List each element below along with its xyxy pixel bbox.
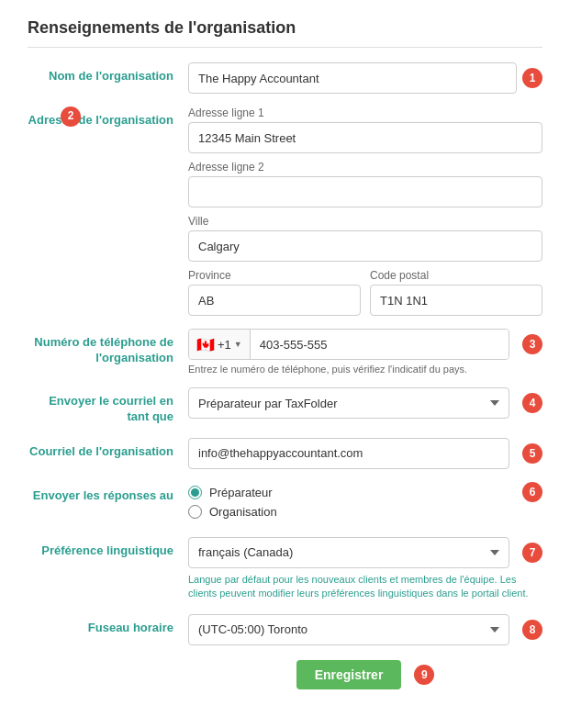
org-email-field-group: 5 [188, 438, 542, 469]
city-label: Ville [188, 215, 542, 228]
badge-8: 8 [522, 620, 542, 640]
page-title: Renseignements de l'organisation [28, 18, 542, 48]
language-field-group: français (Canada) English (Canada) 7 Lan… [188, 537, 542, 601]
org-address-label: Adresse de l'organisation 2 [28, 106, 188, 129]
phone-row: Numéro de téléphone de l'organisation 🇨🇦… [28, 329, 542, 375]
canada-flag-icon: 🇨🇦 [196, 336, 215, 353]
province-select[interactable]: AB BC ON QC [188, 285, 361, 316]
badge-9: 9 [414, 665, 434, 685]
org-address-row: Adresse de l'organisation 2 Adresse lign… [28, 106, 542, 316]
address-line2-label: Adresse ligne 2 [188, 161, 542, 174]
phone-label: Numéro de téléphone de l'organisation [28, 329, 188, 366]
province-label: Province [188, 269, 361, 282]
phone-field-group: 🇨🇦 +1 ▼ 3 Entrez le numéro de téléphone,… [188, 329, 542, 375]
email-sender-select[interactable]: Préparateur par TaxFolder [188, 387, 509, 419]
postal-group: Code postal [370, 269, 542, 316]
email-sender-label: Envoyer le courriel en tant que [28, 387, 188, 425]
address-line2-input[interactable] [188, 176, 542, 207]
replies-row: Envoyer les réponses au Préparateur Orga… [28, 482, 542, 524]
email-sender-row: Envoyer le courriel en tant que Préparat… [28, 387, 542, 425]
org-email-label: Courriel de l'organisation [28, 438, 188, 460]
replies-label: Envoyer les réponses au [28, 482, 188, 504]
replies-radio-group: Préparateur Organisation [188, 482, 509, 524]
reply-organisation-label: Organisation [209, 505, 277, 519]
email-sender-field-group: Préparateur par TaxFolder 4 [188, 387, 542, 419]
save-button[interactable]: Enregistrer [296, 660, 402, 689]
timezone-select[interactable]: (UTC-05:00) Toronto (UTC-08:00) Vancouve… [188, 614, 509, 645]
badge-6: 6 [522, 482, 542, 502]
badge-5: 5 [522, 443, 542, 464]
city-input[interactable] [188, 230, 542, 262]
org-email-row: Courriel de l'organisation 5 [28, 438, 542, 469]
org-name-label: Nom de l'organisation [28, 62, 188, 84]
phone-hint: Entrez le numéro de téléphone, puis véri… [188, 364, 542, 375]
phone-dropdown-icon: ▼ [234, 340, 242, 349]
phone-country-selector[interactable]: 🇨🇦 +1 ▼ [189, 330, 251, 359]
org-email-input[interactable] [188, 438, 509, 469]
org-name-row: Nom de l'organisation 1 [28, 62, 542, 94]
reply-organisation-radio[interactable] [188, 505, 202, 519]
replies-field-group: Préparateur Organisation 6 [188, 482, 542, 524]
badge-2: 2 [61, 106, 81, 127]
postal-label: Code postal [370, 269, 542, 282]
org-name-input[interactable] [188, 62, 517, 94]
province-group: Province AB BC ON QC [188, 269, 361, 316]
postal-input[interactable] [370, 285, 542, 316]
address-line1-input[interactable] [188, 122, 542, 153]
timezone-field-group: (UTC-05:00) Toronto (UTC-08:00) Vancouve… [188, 614, 542, 645]
reply-preparateur-label: Préparateur [209, 486, 273, 499]
language-label: Préférence linguistique [28, 537, 188, 559]
badge-4: 4 [522, 393, 542, 413]
org-name-field-group: 1 [188, 62, 542, 94]
language-select[interactable]: français (Canada) English (Canada) [188, 537, 509, 568]
address-fields-group: Adresse ligne 1 Adresse ligne 2 Ville Pr… [188, 106, 542, 316]
reply-preparateur-option: Préparateur [188, 486, 509, 499]
phone-country-code: +1 [218, 338, 231, 352]
timezone-label: Fuseau horaire [28, 614, 188, 636]
reply-organisation-option: Organisation [188, 505, 509, 519]
language-row: Préférence linguistique français (Canada… [28, 537, 542, 601]
timezone-row: Fuseau horaire (UTC-05:00) Toronto (UTC-… [28, 614, 542, 645]
badge-3: 3 [522, 334, 542, 354]
save-row: Enregistrer 9 [28, 660, 542, 689]
address-line1-label: Adresse ligne 1 [188, 106, 542, 119]
badge-1: 1 [522, 68, 542, 88]
reply-preparateur-radio[interactable] [188, 486, 202, 499]
badge-7: 7 [522, 543, 542, 563]
phone-input[interactable] [251, 329, 509, 360]
language-hint: Langue par défaut pour les nouveaux clie… [188, 573, 542, 601]
